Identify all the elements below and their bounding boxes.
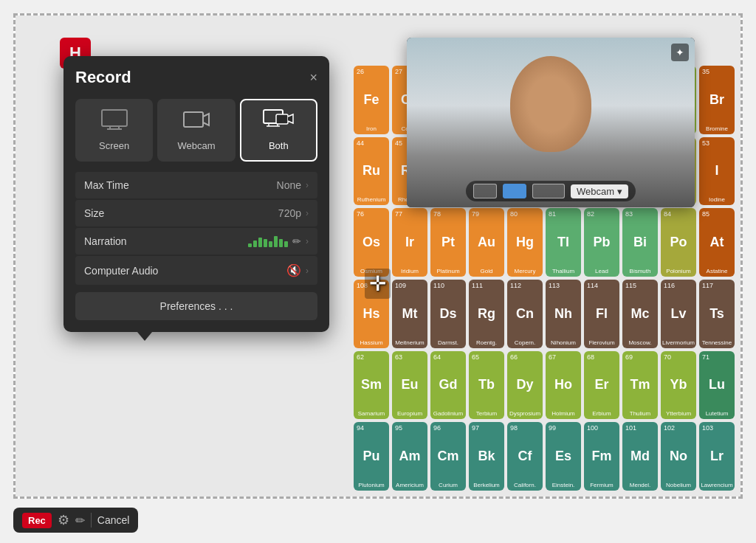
chevron-right-icon: › (306, 180, 309, 190)
max-time-value: None › (277, 179, 309, 191)
cancel-button[interactable]: Cancel (97, 514, 130, 526)
mute-icon[interactable]: 🔇 (286, 263, 301, 277)
mode-both-button[interactable]: Both (240, 99, 317, 162)
element-md[interactable]: 101 Md Mendel. (622, 422, 658, 491)
chevron-right-narration-icon: › (306, 236, 309, 246)
move-icon: ✛ (365, 269, 391, 299)
element-pt[interactable]: 78 Pt Platinum (430, 208, 466, 277)
element-es[interactable]: 99 Es Einstein. (546, 422, 581, 491)
computer-audio-label: Computer Audio (84, 265, 158, 277)
element-nh[interactable]: 113 Nh Nihonium (546, 280, 581, 348)
mode-screen-button[interactable]: Screen (75, 99, 153, 162)
magic-wand-button[interactable]: ✦ (671, 44, 689, 61)
element-cn[interactable]: 112 Cn Copern. (507, 280, 543, 348)
mode-webcam-button[interactable]: Webcam (157, 99, 235, 162)
mode-selector: Screen Webcam (75, 99, 317, 162)
screen-container: 26 Fe Iron 27 Co Cobalt 28 Ni Nickel 29 … (13, 13, 743, 499)
element-eu[interactable]: 63 Eu Europium (392, 351, 427, 420)
narration-row[interactable]: Narration ✏ › (75, 228, 317, 255)
bar-7 (279, 239, 283, 247)
webcam-size-small[interactable] (473, 184, 497, 198)
element-mc[interactable]: 115 Mc Moscow. (622, 280, 658, 348)
element-tm[interactable]: 69 Tm Thulium (622, 351, 658, 420)
element-po[interactable]: 84 Po Polonium (661, 208, 696, 277)
element-ru[interactable]: 44 Ru Ruthenium (354, 137, 389, 206)
element-bi[interactable]: 83 Bi Bismuth (622, 208, 658, 277)
max-time-label: Max Time (84, 179, 129, 191)
element-i[interactable]: 53 I Iodine (699, 137, 735, 206)
svg-rect-9 (276, 114, 288, 124)
webcam-preview: ✦ Webcam ▾ (407, 38, 695, 207)
size-row[interactable]: Size 720p › (75, 200, 317, 226)
rec-badge: Rec (22, 513, 52, 528)
element-fe[interactable]: 26 Fe Iron (354, 66, 389, 134)
preferences-button[interactable]: Preferences . . . (75, 292, 317, 320)
bar-1 (248, 243, 252, 247)
element-tb[interactable]: 65 Tb Terbium (469, 351, 504, 420)
webcam-icon (183, 109, 210, 134)
element-er[interactable]: 68 Er Erbium (584, 351, 619, 420)
element-br[interactable]: 35 Br Bromine (699, 66, 735, 134)
narration-edit-icon[interactable]: ✏ (292, 235, 301, 247)
close-button[interactable]: × (309, 71, 317, 84)
element-gd[interactable]: 64 Gd Gadolinium (430, 351, 466, 420)
element-mt[interactable]: 109 Mt Meitnerium (392, 280, 427, 348)
face-circle (510, 56, 591, 152)
narration-value: ✏ › (248, 235, 309, 247)
element-yb[interactable]: 70 Yb Ytterbium (661, 351, 696, 420)
element-rg[interactable]: 111 Rg Roentg. (469, 280, 504, 348)
webcam-toolbar: Webcam ▾ (466, 181, 636, 201)
element-lv[interactable]: 116 Lv Livermorium (661, 280, 696, 348)
computer-audio-value: 🔇 › (286, 263, 309, 277)
computer-audio-row[interactable]: Computer Audio 🔇 › (75, 256, 317, 285)
chevron-right-audio-icon: › (306, 266, 309, 276)
element-bk[interactable]: 97 Bk Berkelium (469, 422, 504, 491)
element-ho[interactable]: 67 Ho Holmium (546, 351, 581, 420)
settings-gear-icon[interactable]: ⚙ (58, 512, 69, 528)
webcam-size-medium[interactable] (503, 184, 526, 198)
element-pu[interactable]: 94 Pu Plutonium (354, 422, 389, 491)
svg-rect-0 (102, 110, 127, 126)
record-header: Record × (75, 68, 317, 87)
bar-4 (264, 239, 267, 247)
mode-both-label: Both (269, 140, 289, 151)
element-am[interactable]: 95 Am Americium (392, 422, 427, 491)
element-ds[interactable]: 110 Ds Darmst. (430, 280, 466, 348)
element-au[interactable]: 79 Au Gold (469, 208, 504, 277)
element-ir[interactable]: 77 Ir Iridium (392, 208, 427, 277)
chevron-right-size-icon: › (306, 208, 309, 218)
bottom-toolbar: Rec ⚙ ✏ Cancel (13, 508, 138, 533)
element-fm[interactable]: 100 Fm Fermium (584, 422, 619, 491)
element-cf[interactable]: 98 Cf Californ. (507, 422, 543, 491)
max-time-row[interactable]: Max Time None › (75, 172, 317, 198)
toolbar-divider (91, 513, 92, 528)
element-dy[interactable]: 66 Dy Dysprosium (507, 351, 543, 420)
element-tl[interactable]: 81 Tl Thallium (546, 208, 581, 277)
webcam-source-dropdown[interactable]: Webcam ▾ (571, 184, 628, 198)
element-no[interactable]: 102 No Nobelium (661, 422, 696, 491)
narration-label: Narration (84, 235, 127, 247)
bar-6 (274, 236, 278, 247)
panel-arrow (137, 332, 152, 341)
element-ts[interactable]: 117 Ts Tennessine (699, 280, 735, 348)
bar-8 (284, 241, 288, 247)
move-cursor-overlay: ✛ (359, 265, 396, 302)
mode-webcam-label: Webcam (177, 140, 215, 151)
bar-5 (269, 241, 272, 247)
webcam-size-large[interactable] (532, 184, 565, 198)
bar-3 (258, 238, 262, 247)
pencil-icon[interactable]: ✏ (75, 513, 85, 528)
element-fl[interactable]: 114 Fl Flerovium (584, 280, 619, 348)
element-at[interactable]: 85 At Astatine (699, 208, 735, 277)
element-lu[interactable]: 71 Lu Lutetium (699, 351, 735, 420)
element-hg[interactable]: 80 Hg Mercury (507, 208, 543, 277)
mode-screen-label: Screen (99, 140, 129, 151)
size-label: Size (84, 207, 104, 219)
element-pb[interactable]: 82 Pb Lead (584, 208, 619, 277)
record-panel: Record × Screen (63, 56, 329, 332)
element-lr[interactable]: 103 Lr Lawrencium (699, 422, 735, 491)
size-value: 720p › (278, 207, 309, 219)
chevron-down-icon: ▾ (617, 186, 622, 197)
element-cm[interactable]: 96 Cm Curium (430, 422, 466, 491)
element-sm[interactable]: 62 Sm Samarium (354, 351, 389, 420)
